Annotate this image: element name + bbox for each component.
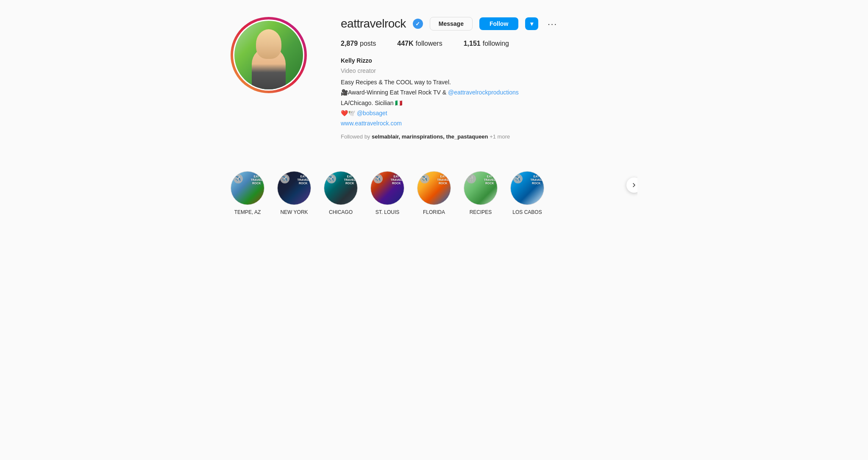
following-count: 1,151: [464, 40, 481, 47]
highlight-label-loscabos: LOS CABOS: [512, 209, 542, 215]
highlight-circle-stlouis: ✈️: [370, 171, 404, 205]
highlight-label-chicago: CHICAGO: [329, 209, 353, 215]
plane-icon-newyork: ✈️: [280, 174, 289, 183]
followed-by-suffix: +1 more: [488, 133, 510, 140]
posts-label: posts: [360, 40, 376, 47]
avatar-ring[interactable]: [231, 17, 307, 93]
highlight-tempe-az[interactable]: ✈️ TEMPE, AZ: [231, 171, 264, 215]
bio-line-2: 🎥Award-Winning Eat Travel Rock TV & @eat…: [341, 88, 637, 97]
bio-productions-link[interactable]: @eattravelrockproductions: [448, 89, 519, 96]
highlight-circle-florida: ✈️: [417, 171, 451, 205]
highlight-circle-newyork: ✈️: [277, 171, 311, 205]
bio-camera-text: 🎥Award-Winning Eat Travel Rock TV &: [341, 89, 448, 96]
page-wrapper: eattravelrock Message Follow ▾ ··· 2,879…: [222, 0, 646, 232]
highlight-label-florida: FLORIDA: [423, 209, 445, 215]
chevron-down-icon: ▾: [530, 20, 533, 27]
highlight-label-tempe: TEMPE, AZ: [234, 209, 261, 215]
profile-header: eattravelrock Message Follow ▾ ··· 2,879…: [231, 17, 637, 141]
highlight-los-cabos[interactable]: ✈️ LOS CABOS: [510, 171, 544, 215]
username: eattravelrock: [341, 17, 406, 30]
followed-by-users: selmablair, marinspirations, the_pastaqu…: [372, 133, 488, 140]
plane-icon-chicago: ✈️: [327, 174, 336, 183]
followers-count: 447K: [397, 40, 413, 47]
plane-icon-florida: ✈️: [420, 174, 429, 183]
highlight-chicago[interactable]: ✈️ CHICAGO: [324, 171, 358, 215]
more-options-button[interactable]: ···: [545, 17, 560, 30]
bio-line-1: Easy Recipes & The COOL way to Travel.: [341, 78, 637, 87]
posts-count: 2,879: [341, 40, 358, 47]
highlight-label-stlouis: ST. LOUIS: [376, 209, 400, 215]
bio-bobsaget-link[interactable]: @bobsaget: [357, 110, 387, 116]
fork-icon-recipes: 🍴: [467, 174, 476, 183]
highlight-florida[interactable]: ✈️ FLORIDA: [417, 171, 451, 215]
chevron-right-icon: [631, 182, 637, 188]
highlight-circle-tempe: ✈️: [231, 171, 264, 205]
avatar: [234, 21, 303, 89]
followers-label: followers: [416, 40, 442, 47]
bio-name: Kelly Rizzo: [341, 56, 637, 65]
highlights-next-arrow[interactable]: [626, 177, 637, 193]
bio-role: Video creator: [341, 66, 637, 75]
follow-button[interactable]: Follow: [479, 17, 518, 30]
bio-line-4: ❤️🕊️ @bobsaget: [341, 108, 637, 118]
follow-dropdown-button[interactable]: ▾: [525, 17, 538, 30]
verified-badge-icon: [413, 19, 423, 29]
plane-icon-loscabos: ✈️: [513, 174, 523, 183]
followed-by-prefix: Followed by: [341, 133, 372, 140]
following-label: following: [483, 40, 509, 47]
highlight-recipes[interactable]: 🍴 RECIPES: [464, 171, 498, 215]
profile-info: eattravelrock Message Follow ▾ ··· 2,879…: [341, 17, 637, 141]
plane-icon-stlouis: ✈️: [373, 174, 383, 183]
message-button[interactable]: Message: [430, 17, 473, 30]
bio-heart-text: ❤️🕊️: [341, 110, 357, 116]
avatar-inner: [233, 19, 304, 91]
bio-line-3: LA/Chicago. Sicilian 🇮🇹: [341, 98, 637, 108]
followed-by: Followed by selmablair, marinspirations,…: [341, 133, 637, 141]
highlight-label-newyork: NEW YORK: [280, 209, 308, 215]
highlight-st-louis[interactable]: ✈️ ST. LOUIS: [370, 171, 404, 215]
highlights-track: ✈️ TEMPE, AZ ✈️ NEW YORK: [231, 171, 544, 215]
followers-stat[interactable]: 447K followers: [397, 40, 442, 47]
highlight-label-recipes: RECIPES: [470, 209, 492, 215]
highlight-new-york[interactable]: ✈️ NEW YORK: [277, 171, 311, 215]
plane-icon-tempe: ✈️: [234, 174, 243, 183]
stats-row: 2,879 posts 447K followers 1,151 followi…: [341, 40, 637, 47]
highlight-circle-chicago: ✈️: [324, 171, 358, 205]
following-stat[interactable]: 1,151 following: [464, 40, 509, 47]
highlight-circle-recipes: 🍴: [464, 171, 498, 205]
bio-website-line: www.eattravelrock.com: [341, 119, 637, 128]
highlights-wrapper: ✈️ TEMPE, AZ ✈️ NEW YORK: [231, 163, 637, 215]
highlights-section: ✈️ TEMPE, AZ ✈️ NEW YORK: [231, 171, 637, 215]
bio-website-link[interactable]: www.eattravelrock.com: [341, 120, 402, 127]
username-row: eattravelrock Message Follow ▾ ···: [341, 17, 637, 30]
highlight-circle-loscabos: ✈️: [510, 171, 544, 205]
posts-stat: 2,879 posts: [341, 40, 376, 47]
avatar-section: [231, 17, 307, 93]
bio-section: Kelly Rizzo Video creator Easy Recipes &…: [341, 56, 637, 141]
